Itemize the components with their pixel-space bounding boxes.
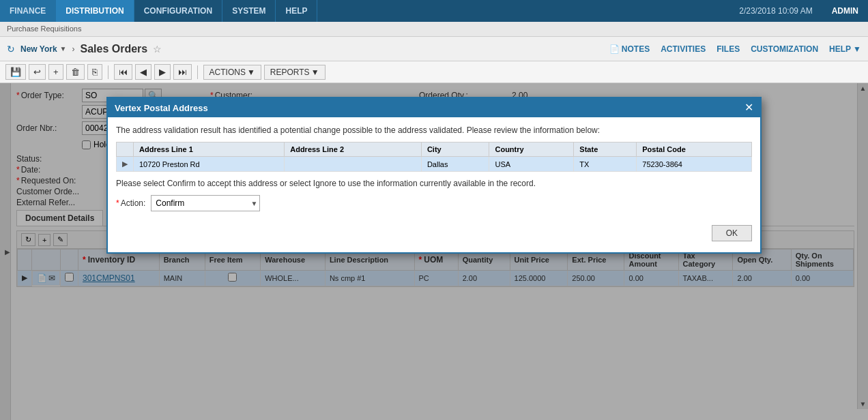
customization-label: CUSTOMIZATION [751,44,818,54]
nav-help[interactable]: HELP [276,0,317,22]
dialog-title: Vertex Postal Address [115,103,208,113]
cell-address2 [285,157,422,172]
branch-arrow-icon: ▼ [60,45,67,52]
nav-distribution[interactable]: DISTRIBUTION [56,0,134,22]
dialog-overlay: Vertex Postal Address ✕ The address vali… [0,83,868,420]
first-button[interactable]: ⏮ [114,64,132,80]
nav-configuration[interactable]: CONFIGURATION [134,0,222,22]
actions-arrow-icon: ▼ [247,68,255,77]
dialog-address-table: Address Line 1 Address Line 2 City Count… [116,142,752,172]
actions-dropdown[interactable]: ACTIONS ▼ [203,65,261,80]
reports-dropdown[interactable]: REPORTS ▼ [264,65,326,80]
dialog: Vertex Postal Address ✕ The address vali… [106,97,762,254]
actions-label: ACTIONS [209,68,246,77]
cell-state: TX [574,157,637,172]
cell-address1: 10720 Preston Rd [134,157,285,172]
help-action[interactable]: HELP ▼ [829,44,861,54]
cell-country: USA [489,157,574,172]
action-wrap: Action: Confirm Ignore ▼ [116,195,752,211]
activities-action[interactable]: ACTIVITIES [661,44,706,54]
prev-button[interactable]: ◀ [135,64,151,80]
notes-icon: 📄 [609,44,620,54]
ok-button[interactable]: OK [712,225,752,241]
undo-button[interactable]: ↩ [29,64,46,80]
admin-user: ADMIN [822,0,868,22]
notes-label: NOTES [622,44,650,54]
col-postal: Postal Code [637,142,752,157]
header-actions: 📄 NOTES ACTIVITIES FILES CUSTOMIZATION H… [609,44,861,54]
next-button[interactable]: ▶ [154,64,171,80]
col-address2: Address Line 2 [285,142,422,157]
help-label: HELP [829,44,851,54]
col-address1: Address Line 1 [134,142,285,157]
reports-arrow-icon: ▼ [311,68,319,77]
datetime: 2/23/2018 10:09 AM [729,0,822,22]
help-arrow-icon: ▼ [853,44,861,54]
refresh-icon[interactable]: ↻ [7,44,15,55]
dialog-footer: OK [116,222,752,244]
reports-label: REPORTS [270,68,310,77]
nav-finance[interactable]: FINANCE [0,0,56,22]
separator: › [72,44,74,54]
action-label: Action: [116,198,145,208]
dialog-message: The address validation result has identi… [116,125,752,135]
notes-action[interactable]: 📄 NOTES [609,44,650,54]
activities-label: ACTIVITIES [661,44,706,54]
star-icon[interactable]: ☆ [153,44,162,55]
table-row[interactable]: ▶ 10720 Preston Rd Dallas USA TX 75230-3… [117,157,752,172]
delete-button[interactable]: 🗑 [66,64,85,80]
last-button[interactable]: ⏭ [173,64,192,80]
cell-city: Dallas [421,157,489,172]
separator [108,65,108,79]
main-content: ▶ ▲ ▼ Order Type: 🔍 Customer: Ordered Qt… [0,83,868,420]
page-title: Sales Orders [80,43,147,55]
branch-name: New York [20,44,57,54]
files-label: FILES [717,44,740,54]
cell-postal: 75230-3864 [637,157,752,172]
action-select-wrap[interactable]: Confirm Ignore ▼ [151,195,260,211]
col-row-icon [117,142,134,157]
files-action[interactable]: FILES [717,44,740,54]
branch-selector[interactable]: New York ▼ [20,44,66,54]
breadcrumb: Purchase Requisitions [0,22,868,37]
col-state: State [574,142,637,157]
row-icon: ▶ [117,157,134,172]
col-country: Country [489,142,574,157]
customization-action[interactable]: CUSTOMIZATION [751,44,818,54]
page-header: ↻ New York ▼ › Sales Orders ☆ 📄 NOTES AC… [0,37,868,61]
action-select[interactable]: Confirm Ignore [151,195,260,211]
save-button[interactable]: 💾 [5,64,26,80]
add-button[interactable]: + [48,64,63,80]
separator2 [197,65,198,79]
copy-button[interactable]: ⎘ [87,64,102,80]
dialog-header: Vertex Postal Address ✕ [108,98,760,117]
top-nav: FINANCE DISTRIBUTION CONFIGURATION SYSTE… [0,0,868,22]
dialog-instruction: Please select Confirm to accept this add… [116,179,752,188]
toolbar: 💾 ↩ + 🗑 ⎘ ⏮ ◀ ▶ ⏭ ACTIONS ▼ REPORTS ▼ [0,61,868,83]
nav-system[interactable]: SYSTEM [222,0,276,22]
dialog-body: The address validation result has identi… [108,117,760,252]
col-city: City [421,142,489,157]
dialog-close-button[interactable]: ✕ [744,102,753,113]
